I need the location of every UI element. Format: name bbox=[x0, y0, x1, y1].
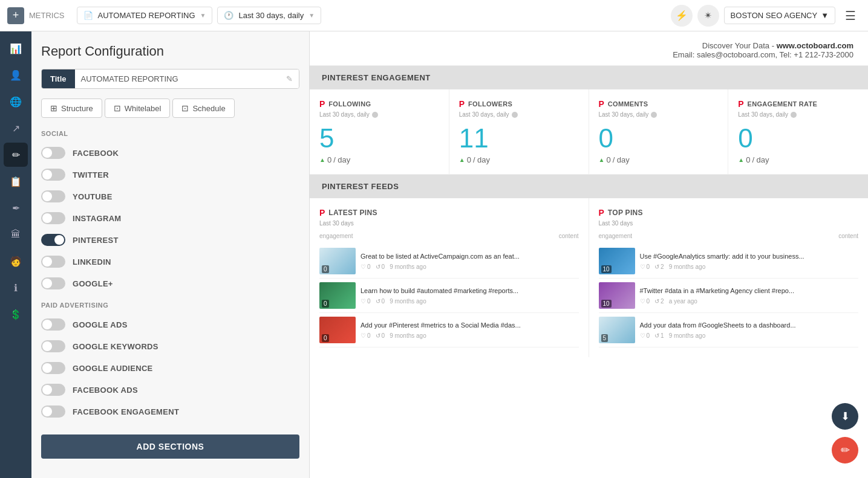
following-metric-value: 5 bbox=[319, 125, 439, 152]
whitelabel-tab-icon: ⊡ bbox=[114, 103, 121, 113]
sidebar-item-flow[interactable]: ↗ bbox=[4, 116, 28, 140]
engagement-rate-metric-header: P ENGAGEMENT RATE bbox=[738, 99, 858, 109]
hamburger-menu[interactable]: ☰ bbox=[840, 6, 861, 25]
tab-schedule[interactable]: ⊡ Schedule bbox=[172, 99, 234, 118]
instagram-toggle[interactable] bbox=[41, 212, 65, 224]
feed-meta-0: ♡0 ↺0 9 months ago bbox=[361, 263, 579, 270]
feed-meta-1: ♡0 ↺2 a year ago bbox=[640, 298, 859, 305]
download-fab[interactable]: ⬇ bbox=[832, 403, 858, 430]
flash-icon: ⚡ bbox=[676, 10, 688, 21]
feed-badge-2: 5 bbox=[601, 334, 609, 342]
feed-badge-1: 0 bbox=[322, 300, 329, 308]
title-value[interactable]: AUTOMATED REPORTING bbox=[75, 69, 281, 88]
twitter-toggle[interactable] bbox=[41, 169, 65, 181]
report-selector[interactable]: 📄 AUTOMATED REPORTING ▼ bbox=[77, 7, 213, 24]
repin-icon: ↺ bbox=[654, 332, 659, 339]
sidebar-item-person[interactable]: 🧑 bbox=[4, 249, 28, 273]
social-toggles: FACEBOOKTWITTERYOUTUBEINSTAGRAMPINTEREST… bbox=[41, 142, 299, 294]
latest-pins-feed-title: LATEST PINS bbox=[328, 208, 377, 217]
schedule-tab-icon: ⊡ bbox=[181, 103, 189, 113]
feed-time-2: 9 months ago bbox=[390, 332, 426, 339]
facebook-ads-toggle-label: FACEBOOK ADS bbox=[73, 386, 138, 395]
agency-label: BOSTON SEO AGENCY bbox=[731, 11, 818, 20]
sidebar-item-bill[interactable]: 💲 bbox=[4, 302, 28, 326]
toggle-row-pinterest-toggle: PINTEREST bbox=[41, 229, 299, 251]
tab-structure[interactable]: ⊞ Structure bbox=[41, 99, 102, 118]
following-metric-label: FOLLOWING bbox=[328, 100, 371, 108]
agency-selector[interactable]: BOSTON SEO AGENCY ▼ bbox=[724, 7, 835, 24]
google-keywords-toggle[interactable] bbox=[41, 340, 65, 352]
pinterest-feed-icon: P bbox=[599, 208, 604, 218]
toggle-row-googleplus-toggle: GOOGLE+ bbox=[41, 273, 299, 294]
feed-content-0: Great to be listed at ActiveCampaign.com… bbox=[361, 252, 579, 270]
edit-fab[interactable]: ✏ bbox=[832, 437, 858, 463]
google-ads-toggle[interactable] bbox=[41, 318, 65, 331]
toggle-row-instagram-toggle: INSTAGRAM bbox=[41, 207, 299, 229]
config-tabs: ⊞ Structure ⊡ Whitelabel ⊡ Schedule bbox=[41, 99, 299, 118]
tab-whitelabel[interactable]: ⊡ Whitelabel bbox=[105, 99, 171, 118]
sidebar-item-pen[interactable]: ✏ bbox=[4, 143, 28, 167]
feed-time-1: a year ago bbox=[669, 298, 697, 305]
youtube-toggle[interactable] bbox=[41, 190, 65, 202]
sidebar-item-users[interactable]: 👤 bbox=[4, 63, 28, 87]
time-selector[interactable]: 🕐 Last 30 days, daily ▼ bbox=[217, 7, 321, 24]
followers-metric-delta: ▲ 0 / day bbox=[459, 155, 579, 164]
social-section-header: SOCIAL bbox=[41, 130, 299, 137]
toggle-row-facebook-toggle: FACEBOOK bbox=[41, 142, 299, 164]
feed-repins-1: ↺2 bbox=[654, 298, 664, 305]
toggle-row-facebook-ads-toggle: FACEBOOK ADS bbox=[41, 379, 299, 401]
flash-button[interactable]: ⚡ bbox=[671, 5, 693, 27]
feed-thumb-2: 5 bbox=[599, 317, 635, 343]
heart-icon: ♡ bbox=[640, 263, 645, 270]
title-edit-icon[interactable]: ✎ bbox=[280, 69, 299, 88]
feed-content-1: Learn how to build #automated #marketing… bbox=[361, 286, 579, 304]
googleplus-toggle[interactable] bbox=[41, 277, 65, 289]
feeds-grid: P LATEST PINS Last 30 days engagement co… bbox=[310, 198, 868, 357]
add-sections-button[interactable]: ADD SECTIONS bbox=[41, 434, 299, 459]
engagement-rate-metric-delta: ▲ 0 / day bbox=[738, 155, 858, 164]
delta-value: 0 bbox=[606, 155, 610, 164]
feed-content-0: Use #GoogleAnalytics smartly: add it to … bbox=[640, 252, 859, 270]
feed-text-2: Add your data from #GoogleSheets to a da… bbox=[640, 321, 859, 329]
bug-button[interactable]: ✴ bbox=[697, 5, 719, 27]
latest-pins-feed-header: P LATEST PINS bbox=[319, 208, 579, 218]
sidebar-item-info[interactable]: ℹ bbox=[4, 276, 28, 300]
feed-badge-2: 0 bbox=[322, 334, 329, 342]
sidebar-item-building[interactable]: 🏛 bbox=[4, 222, 28, 247]
menu-icon: ☰ bbox=[845, 9, 856, 22]
repin-icon: ↺ bbox=[654, 263, 659, 270]
pinterest-icon: P bbox=[319, 99, 325, 109]
feed-repins-1: ↺0 bbox=[376, 298, 385, 305]
facebook-toggle-label: FACEBOOK bbox=[73, 149, 119, 158]
sidebar-item-chart[interactable]: 📊 bbox=[4, 36, 28, 60]
comments-metric-value: 0 bbox=[599, 125, 719, 152]
sidebar-item-edit[interactable]: ✒ bbox=[4, 196, 28, 220]
feed-meta-2: ♡0 ↺1 9 months ago bbox=[640, 332, 859, 339]
feed-time-1: 9 months ago bbox=[390, 298, 426, 305]
facebook-ads-toggle[interactable] bbox=[41, 384, 65, 396]
facebook-engagement-toggle[interactable] bbox=[41, 405, 65, 418]
sidebar-item-clipboard[interactable]: 📋 bbox=[4, 169, 28, 193]
heart-icon: ♡ bbox=[361, 298, 366, 305]
feed-text-1: Learn how to build #automated #marketing… bbox=[361, 286, 579, 295]
comments-metric-sublabel: Last 30 days, daily bbox=[599, 111, 719, 118]
pinterest-toggle[interactable] bbox=[41, 234, 65, 246]
sidebar-item-globe[interactable]: 🌐 bbox=[4, 89, 28, 114]
chevron-down-icon-time: ▼ bbox=[308, 12, 315, 19]
info-dot bbox=[651, 112, 657, 118]
repin-icon: ↺ bbox=[654, 298, 659, 305]
feed-likes-1: ♡0 bbox=[640, 298, 650, 305]
feed-thumb-1: 10 bbox=[599, 282, 635, 309]
google-audience-toggle[interactable] bbox=[41, 362, 65, 374]
facebook-toggle[interactable] bbox=[41, 147, 65, 159]
toggle-row-twitter-toggle: TWITTER bbox=[41, 164, 299, 186]
followers-metric: P FOLLOWERS Last 30 days, daily 11 ▲ 0 /… bbox=[449, 89, 589, 174]
youtube-toggle-label: YOUTUBE bbox=[73, 192, 113, 201]
feed-text-0: Use #GoogleAnalytics smartly: add it to … bbox=[640, 252, 859, 260]
delta-label: / day bbox=[333, 155, 350, 164]
add-button[interactable]: + bbox=[7, 7, 24, 24]
linkedin-toggle[interactable] bbox=[41, 256, 65, 268]
config-panel: Report Configuration Title AUTOMATED REP… bbox=[31, 31, 310, 478]
top-pins-feed-col-headers: engagement content bbox=[599, 233, 859, 239]
facebook-engagement-toggle-label: FACEBOOK ENGAGEMENT bbox=[73, 407, 179, 416]
